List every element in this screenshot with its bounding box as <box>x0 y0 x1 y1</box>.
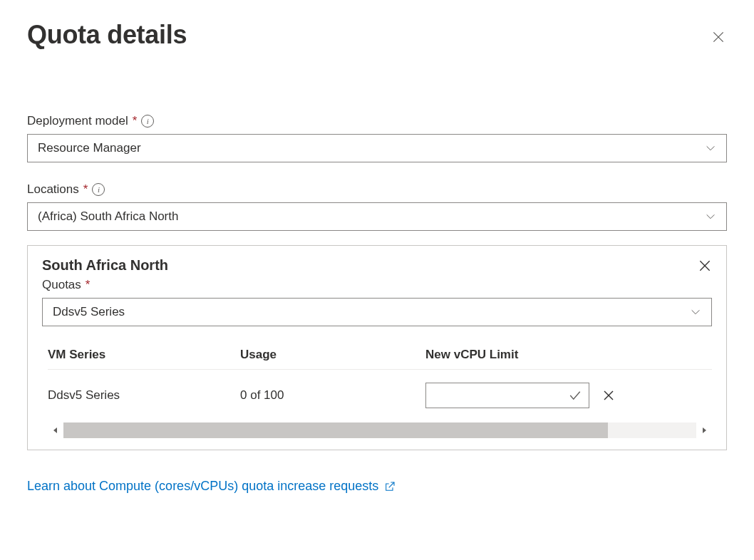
locations-label: Locations <box>27 182 79 197</box>
scroll-right-arrow[interactable] <box>696 427 712 434</box>
scroll-track[interactable] <box>63 422 696 438</box>
row-series: Ddsv5 Series <box>48 388 240 403</box>
quotas-dropdown[interactable]: Ddsv5 Series <box>42 298 712 326</box>
horizontal-scrollbar[interactable] <box>48 422 712 438</box>
quotas-label: Quotas <box>42 278 81 292</box>
deployment-model-label: Deployment model <box>27 114 128 128</box>
col-header-series: VM Series <box>48 348 240 362</box>
info-icon[interactable]: i <box>92 183 105 196</box>
required-indicator: * <box>86 278 91 292</box>
scroll-thumb[interactable] <box>63 422 608 438</box>
quotas-value: Ddsv5 Series <box>53 305 125 319</box>
info-icon[interactable]: i <box>141 115 154 128</box>
checkmark-icon <box>569 389 582 402</box>
chevron-down-icon <box>705 211 716 222</box>
close-icon <box>711 30 725 44</box>
svg-marker-7 <box>703 427 706 433</box>
deployment-model-dropdown[interactable]: Resource Manager <box>27 134 727 162</box>
scroll-left-arrow[interactable] <box>48 427 63 434</box>
external-link-icon <box>384 481 396 492</box>
row-usage: 0 of 100 <box>240 388 425 403</box>
learn-more-text: Learn about Compute (cores/vCPUs) quota … <box>27 479 378 494</box>
table-row: Ddsv5 Series 0 of 100 <box>48 383 712 408</box>
remove-location-button[interactable] <box>698 259 712 273</box>
locations-dropdown[interactable]: (Africa) South Africa North <box>27 202 727 231</box>
new-vcpu-limit-input[interactable] <box>425 383 589 408</box>
triangle-right-icon <box>701 427 708 434</box>
col-header-usage: Usage <box>240 348 425 362</box>
svg-marker-6 <box>53 427 57 433</box>
chevron-down-icon <box>705 142 716 154</box>
required-indicator: * <box>83 182 88 197</box>
remove-row-button[interactable] <box>602 389 615 402</box>
page-title: Quota details <box>27 20 187 50</box>
col-header-limit: New vCPU Limit <box>425 348 712 362</box>
close-panel-button[interactable] <box>710 28 727 46</box>
chevron-down-icon <box>690 306 701 318</box>
triangle-left-icon <box>52 427 59 434</box>
learn-more-link[interactable]: Learn about Compute (cores/vCPUs) quota … <box>27 479 396 494</box>
deployment-model-value: Resource Manager <box>38 141 141 155</box>
location-card-title: South Africa North <box>42 257 168 274</box>
location-card: South Africa North Quotas * Ddsv5 Series… <box>27 245 727 450</box>
required-indicator: * <box>133 114 138 128</box>
locations-value: (Africa) South Africa North <box>38 209 178 224</box>
